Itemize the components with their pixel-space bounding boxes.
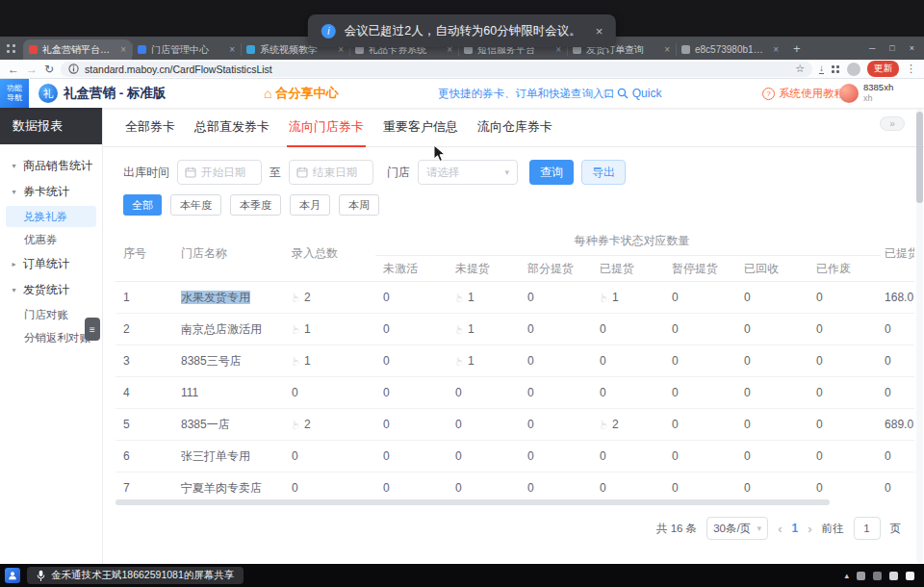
store-name-cell: 水果发货专用 [173, 282, 284, 314]
quick-filter-button[interactable]: 本周 [339, 194, 379, 216]
quick-filter-button[interactable]: 全部 [123, 194, 162, 216]
panel-collapse-button[interactable]: » [880, 116, 905, 131]
chevron-right-icon: ▸ [10, 260, 18, 268]
count-cell: 0 [808, 282, 881, 314]
horizontal-scrollbar[interactable] [116, 499, 914, 507]
maximize-button[interactable]: □ [889, 43, 894, 53]
table-row: 58385一店☞2000☞2000689.0 [116, 409, 914, 441]
browser-tab[interactable]: e8c573980b1328a258fd2e6l× [676, 39, 784, 60]
range-separator: 至 [270, 165, 281, 181]
tray-icon[interactable] [873, 572, 882, 580]
meeting-app-icon[interactable] [5, 568, 20, 583]
pointer-icon: ☞ [453, 294, 466, 303]
browser-tab[interactable]: 门店管理中心× [132, 39, 241, 60]
quick-search-link[interactable]: ☞ Quick [603, 79, 661, 108]
tray-icon[interactable] [857, 572, 865, 580]
store-name-cell: 8385三号店 [173, 345, 284, 377]
sidebar-group[interactable]: ▾商品销售统计 [0, 153, 102, 179]
count-cell: 0 [736, 409, 808, 441]
count-link-cell[interactable]: ☞1 [284, 314, 375, 345]
quick-filter-button[interactable]: 本年度 [170, 194, 221, 216]
count-link-cell[interactable]: ☞1 [448, 314, 520, 345]
count-link-cell[interactable]: ☞1 [448, 282, 520, 314]
meeting-toast-text: 会议已超过2人，自动转为60分钟限时会议。 [345, 23, 581, 39]
content-tabs: 全部券卡总部直发券卡流向门店券卡重要客户信息流向仓库券卡 [103, 108, 924, 147]
sidebar-item[interactable]: 兑换礼券 [6, 206, 96, 227]
sidebar-item[interactable]: 优惠券 [0, 228, 102, 251]
reload-button[interactable]: ↻ [44, 64, 54, 75]
minimize-button[interactable]: ─ [869, 43, 875, 53]
sidebar-group[interactable]: ▸订单统计 [0, 251, 102, 277]
extensions-icon[interactable] [831, 64, 840, 74]
end-date-input[interactable]: 结束日期 [289, 160, 373, 185]
profile-avatar[interactable] [847, 63, 860, 76]
content-tab[interactable]: 流向仓库券卡 [475, 108, 554, 146]
count-cell: 0 [520, 282, 592, 314]
new-tab-button[interactable]: + [793, 41, 801, 56]
content-tab[interactable]: 全部券卡 [123, 108, 177, 146]
next-page-button[interactable]: › [808, 522, 811, 536]
sidebar-group[interactable]: ▾券卡统计 [0, 179, 102, 205]
content-tab[interactable]: 流向门店券卡 [287, 108, 366, 146]
bookmark-star-icon[interactable]: ☆ [795, 63, 805, 75]
site-info-icon[interactable] [68, 64, 79, 74]
start-date-input[interactable]: 开始日期 [177, 160, 262, 185]
share-center-link[interactable]: ⌂ 合分享中心 [264, 79, 338, 108]
close-button[interactable]: × [910, 43, 914, 53]
tutorial-link[interactable]: ? 系统使用教程 [762, 79, 845, 108]
vertical-scrollbar-thumb[interactable] [916, 112, 923, 203]
export-button[interactable]: 导出 [581, 160, 626, 185]
content-tab[interactable]: 总部直发券卡 [192, 108, 271, 146]
page-size-select[interactable]: 30条/页 ▾ [706, 517, 768, 540]
logo-icon: 礼 [38, 84, 58, 103]
store-select[interactable]: 请选择 ▾ [418, 160, 518, 185]
count-link-cell[interactable]: ☞2 [284, 282, 375, 314]
tab-close-icon[interactable]: × [229, 44, 235, 55]
tab-close-icon[interactable]: × [664, 44, 670, 55]
browser-menu-icon[interactable]: ⋮ [906, 63, 916, 75]
address-bar[interactable]: standard.maboy.cn/CardFlowStatisticsList… [61, 62, 812, 77]
tab-favicon [681, 45, 690, 54]
back-button[interactable]: ← [8, 64, 19, 75]
tray-icon[interactable] [906, 572, 914, 580]
tray-expand-icon[interactable]: ▴ [844, 571, 849, 580]
content-tab[interactable]: 重要客户信息 [381, 108, 460, 146]
count-link-cell[interactable]: ☞1 [592, 282, 664, 314]
app-header: 功能 导航 礼 礼盒营销 - 标准版 ⌂ 合分享中心 更快捷的券卡、订单和快递查… [0, 79, 924, 108]
download-icon[interactable]: ↓ [819, 64, 824, 74]
browser-toolbar: ← → ↻ standard.maboy.cn/CardFlowStatisti… [0, 60, 924, 79]
toast-close-icon[interactable]: × [596, 24, 603, 38]
quick-filter-button[interactable]: 本月 [290, 194, 330, 216]
update-button[interactable]: 更新 [867, 61, 899, 77]
time-filter-label: 出库时间 [123, 165, 169, 181]
count-cell: 0 [592, 377, 664, 409]
tray-icon[interactable] [889, 572, 898, 580]
current-page[interactable]: 1 [791, 522, 798, 535]
quick-filter-bar: 全部本年度本季度本月本周 [123, 194, 924, 216]
goto-page-input[interactable]: 1 [854, 517, 881, 540]
count-link-cell[interactable]: ☞2 [284, 409, 375, 441]
count-cell: 0 [664, 314, 736, 345]
workspace-icon[interactable] [6, 43, 17, 55]
count-link-cell[interactable]: ☞1 [448, 345, 520, 377]
quick-filter-button[interactable]: 本季度 [230, 194, 281, 216]
prev-page-button[interactable]: ‹ [778, 522, 782, 536]
vertical-scrollbar[interactable] [916, 109, 923, 563]
horizontal-scrollbar-thumb[interactable] [116, 499, 830, 505]
total-count: 共 16 条 [656, 522, 697, 536]
count-link-cell[interactable]: ☞2 [592, 409, 664, 441]
url-text: standard.maboy.cn/CardFlowStatisticsList [85, 64, 789, 75]
search-button[interactable]: 查询 [529, 160, 574, 185]
tab-close-icon[interactable]: × [773, 44, 779, 55]
user-menu[interactable]: 8385xh xh [839, 79, 893, 108]
mic-icon [37, 570, 45, 582]
status-column-header: 已回收 [736, 256, 808, 282]
sidebar-group[interactable]: ▾发货统计 [0, 277, 102, 303]
function-nav-button[interactable]: 功能 导航 [0, 79, 29, 108]
count-link-cell[interactable]: ☞1 [284, 345, 375, 377]
column-group-header: 每种券卡状态对应数量 [375, 226, 881, 256]
sidebar-collapse-handle[interactable]: ≡ [85, 318, 100, 341]
forward-button[interactable]: → [26, 64, 38, 75]
tab-close-icon[interactable]: × [120, 44, 126, 55]
browser-tab[interactable]: 礼盒营销平台管理中心× [23, 39, 132, 60]
